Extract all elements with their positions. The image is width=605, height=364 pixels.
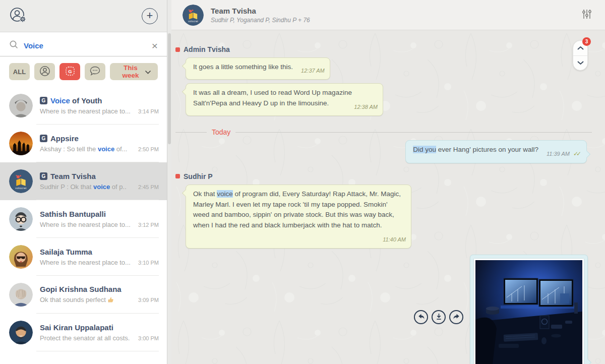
avatar — [9, 94, 33, 117]
conversation-header: volocrat Team Tvisha Sudhir P, Yoganand … — [171, 0, 605, 30]
group-icon: G — [64, 65, 76, 79]
chat-name: G Appsire — [40, 134, 159, 143]
chat-item-gopi-krishna-sudhana[interactable]: Gopi Krishna Sudhana Ok that sounds perf… — [0, 276, 167, 314]
scroll-down-button[interactable] — [573, 56, 587, 71]
forward-button[interactable] — [449, 310, 463, 324]
person-icon — [39, 65, 51, 79]
message-sender: Admin Tvisha — [175, 45, 230, 53]
chat-time: 2:45 PM — [138, 184, 159, 190]
reply-arrow-icon — [417, 313, 425, 322]
selected-text: Did you — [413, 146, 436, 153]
outgoing-image-message: 11:45 AM✓✓ — [470, 255, 588, 364]
outgoing-message: Did you ever Hang' pictures on your wall… — [405, 140, 587, 163]
avatar — [9, 245, 33, 269]
thumbs-up-emoji — [107, 296, 114, 305]
chat-list: G Voice of Youth Where is the nearest pl… — [0, 87, 167, 364]
chat-name: G Voice of Youth — [40, 96, 159, 105]
avatar — [9, 321, 33, 344]
message-time: 11:40 AM — [383, 235, 406, 244]
admin-badge-icon — [175, 47, 180, 52]
sliders-icon — [582, 9, 592, 21]
filter-groups-button[interactable]: G — [59, 63, 80, 80]
conversation-members: Sudhir P, Yoganand P, Sindhu P + 76 — [211, 17, 310, 24]
chevron-down-icon — [145, 68, 151, 76]
conversation-pane: volocrat Team Tvisha Sudhir P, Yoganand … — [171, 0, 605, 364]
chat-time: 3:00 PM — [138, 335, 159, 341]
chat-time: 2:50 PM — [138, 146, 159, 152]
group-badge-icon: G — [40, 172, 47, 180]
unread-navigator: 3 — [573, 40, 588, 71]
chat-preview: Sudhir P : Ok that voice of p.. — [40, 183, 135, 191]
close-icon: × — [152, 40, 158, 51]
chat-preview: Ok that sounds perfect — [40, 296, 135, 305]
forward-arrow-icon — [453, 313, 460, 322]
download-button[interactable] — [432, 310, 446, 324]
conversation-filter-button[interactable] — [582, 9, 592, 21]
user-settings-icon — [9, 7, 28, 25]
chat-item-voice-of-youth[interactable]: G Voice of Youth Where is the nearest pl… — [0, 87, 167, 125]
chat-name: Gopi Krishna Sudhana — [40, 285, 159, 293]
reply-button[interactable] — [414, 310, 428, 324]
unread-count-badge: 3 — [582, 37, 591, 46]
chat-time: 3:14 PM — [138, 108, 159, 114]
svg-text:volocrat: volocrat — [188, 20, 198, 23]
chat-time: 3:12 PM — [138, 222, 159, 228]
profile-settings-button[interactable] — [9, 7, 28, 25]
search-match-text: voice — [217, 190, 233, 198]
chevron-down-icon — [577, 59, 584, 67]
chat-bubble-icon — [89, 65, 101, 78]
new-chat-button[interactable]: + — [142, 8, 158, 24]
search-icon — [9, 40, 19, 51]
chat-name: G Team Tvisha — [40, 172, 159, 180]
read-checkmarks-icon: ✓✓ — [573, 150, 581, 157]
message-time: 12:38 AM — [354, 103, 378, 111]
download-icon — [436, 313, 442, 322]
date-divider: Today — [175, 128, 592, 136]
conversation-avatar-volocrat-logo[interactable]: volocrat — [183, 5, 204, 26]
chat-preview: Where is the nearest place to... — [40, 221, 135, 228]
period-label: This week — [116, 64, 145, 79]
chat-name: Sailaja Tumma — [40, 248, 159, 256]
chat-item-sathish-bantupalli[interactable]: Sathish Bantupalli Where is the nearest … — [0, 200, 167, 238]
filter-bar: ALL G — [0, 56, 167, 87]
search-bar: × — [0, 32, 167, 56]
period-dropdown[interactable]: This week — [110, 63, 158, 80]
incoming-message: It goes a little something like this. 12… — [186, 57, 330, 80]
admin-badge-icon — [175, 174, 180, 178]
filter-contacts-button[interactable] — [34, 63, 55, 80]
message-time: 12:37 AM — [301, 67, 325, 75]
filter-all-label: ALL — [13, 68, 26, 76]
sidebar: + × ALL — [0, 0, 167, 364]
date-divider-label: Today — [212, 128, 230, 136]
chat-item-sai-kiran-uppalapati[interactable]: Sai Kiran Uppalapati Protect the senator… — [0, 314, 167, 351]
message-time: 11:39 AM✓✓ — [547, 149, 581, 159]
chat-preview: Protect the senator at all costs. — [40, 334, 135, 342]
incoming-message: It was all a dream, I used to read Word … — [186, 83, 383, 116]
avatar-volocrat-logo: volocrat — [9, 169, 33, 193]
message-sender: Sudhir P — [175, 172, 213, 180]
image-message-row: 11:45 AM✓✓ — [414, 255, 588, 364]
attached-photo[interactable] — [474, 259, 584, 364]
sidebar-scrollbar — [167, 0, 171, 364]
chat-preview: Akshay : So tell the voice of... — [40, 145, 135, 153]
svg-text:volocrat: volocrat — [15, 187, 27, 190]
chat-item-sailaja-tumma[interactable]: Sailaja Tumma Where is the nearest place… — [0, 238, 167, 276]
filter-messages-button[interactable] — [85, 63, 105, 80]
chat-item-appsire[interactable]: G Appsire Akshay : So tell the voice of.… — [0, 125, 167, 162]
message-area: Admin Tvisha It goes a little something … — [171, 30, 605, 364]
clear-search-button[interactable]: × — [152, 40, 158, 51]
chat-time: 3:09 PM — [138, 297, 159, 303]
incoming-message: Ok that voice of program did, Every Satu… — [186, 185, 411, 249]
sidebar-header: + — [0, 0, 167, 32]
chevron-up-icon — [577, 44, 584, 52]
chat-app: + × ALL — [0, 0, 605, 364]
chat-item-team-tvisha[interactable]: volocrat G Team Tvisha Sudhir P : Ok tha… — [0, 162, 167, 200]
chat-time: 3:10 PM — [138, 260, 159, 266]
scrollbar-thumb[interactable] — [168, 33, 171, 144]
group-badge-icon: G — [40, 97, 47, 104]
chat-name: Sathish Bantupalli — [40, 210, 159, 218]
avatar — [9, 207, 33, 231]
search-input[interactable] — [24, 41, 147, 50]
filter-all-button[interactable]: ALL — [9, 63, 30, 80]
avatar — [9, 132, 33, 155]
